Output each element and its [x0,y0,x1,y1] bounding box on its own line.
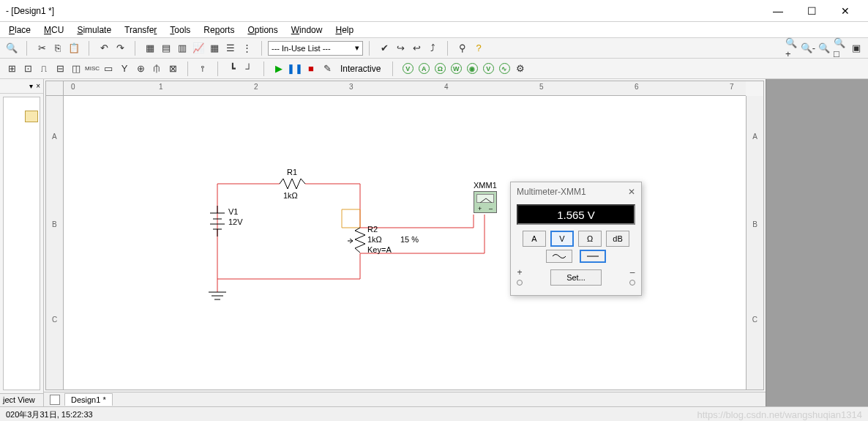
r1-value-label: 1kΩ [283,191,298,200]
inst-4-icon[interactable]: W [449,62,463,76]
project-tree[interactable] [3,97,40,390]
menu-window[interactable]: Window [285,23,329,37]
undo-icon[interactable]: ↶ [97,41,111,56]
hier2-icon[interactable]: ┘ [242,62,256,76]
inst-settings-icon[interactable]: ⚙ [513,62,528,76]
menu-help[interactable]: Help [329,23,359,37]
props-icon[interactable]: ⋮ [239,41,254,56]
menu-options[interactable]: Options [242,23,283,37]
grid-icon[interactable]: ▦ [143,41,157,56]
ruler-tick: B [752,220,757,228]
pause-button[interactable]: ❚❚ [288,62,302,76]
inst-7-icon[interactable]: ∿ [497,62,512,76]
multimeter-close-icon[interactable]: ✕ [628,187,635,197]
tool-j-icon[interactable]: ⊠ [165,62,180,76]
maximize-button[interactable]: ☐ [795,0,828,21]
inst-3-icon[interactable]: Ω [433,62,447,76]
sim-mode-icon[interactable]: ✎ [320,62,334,76]
close-button[interactable]: ✕ [828,0,862,21]
mm-mode-a-button[interactable]: A [523,231,546,247]
zoom-in-icon[interactable]: 🔍+ [785,41,799,56]
sheet2-icon[interactable]: ▥ [175,41,190,56]
panel-close-icon[interactable]: × [36,82,40,90]
paste-icon[interactable]: 📋 [67,41,81,56]
document-tabs: Design1 * [44,392,766,406]
menu-place[interactable]: Place [3,23,37,37]
panel-pin-icon[interactable]: ▾ [29,82,33,90]
probe1-icon[interactable]: ⫯ [195,62,210,76]
tool-e-icon[interactable]: ◫ [69,62,83,76]
search-icon[interactable]: 🔍 [4,41,19,56]
schematic[interactable]: V1 12V R1 1kΩ R2 1kΩ Key=A [64,96,746,390]
mm-minus-terminal-icon[interactable] [629,280,635,286]
mm-mode-ohm-button[interactable]: Ω [578,231,602,247]
tool-b-icon[interactable]: ⊡ [20,62,35,76]
inst-1-icon[interactable]: V [400,62,415,76]
left-panel-header: ▾ × [0,79,43,94]
component-r2[interactable] [348,228,365,253]
mm-set-button[interactable]: Set... [550,269,602,286]
mm-mode-db-button[interactable]: dB [606,231,629,247]
copy-icon[interactable]: ⎘ [50,41,65,56]
inst-6-icon[interactable]: V [481,62,495,76]
tab-design1[interactable]: Design1 * [64,393,113,406]
component-r1[interactable] [280,179,305,189]
table-icon[interactable]: ▦ [207,41,222,56]
help-icon[interactable]: ? [471,41,486,56]
menu-mcu[interactable]: MCU [38,23,70,37]
arrow1-icon[interactable]: ↪ [393,41,408,56]
chart-icon[interactable]: 📈 [191,41,206,56]
mm-minus-label: – [629,267,635,277]
toolbar-1: 🔍 ✂ ⎘ 📋 ↶ ↷ ▦ ▤ ▥ 📈 ▦ ☰ ⋮ --- In-Use Lis… [0,38,868,59]
check-icon[interactable]: ✔ [377,41,392,56]
redo-icon[interactable]: ↷ [113,41,127,56]
ruler-tick: C [752,316,757,324]
run-button[interactable]: ▶ [272,62,286,76]
design-surface[interactable]: V1 12V R1 1kΩ R2 1kΩ Key=A [64,96,746,390]
minimize-button[interactable]: — [761,0,795,21]
menu-transfer[interactable]: Transfer [119,23,162,37]
ruler-tick: 2 [254,83,258,91]
zoom-out-icon[interactable]: 🔍- [801,41,815,56]
sheet-icon[interactable]: ▤ [159,41,173,56]
mm-ac-button[interactable] [546,250,572,263]
ruler-tick: A [52,133,57,141]
stop-button[interactable]: ■ [304,62,318,76]
tool-a-icon[interactable]: ⊞ [4,62,19,76]
tool-misc-icon[interactable]: MISC [85,62,100,76]
project-view-tab[interactable]: ject View [0,393,43,406]
list-icon[interactable]: ☰ [223,41,238,56]
xmm1-label: XMM1 [474,181,497,190]
component-ground[interactable] [209,292,226,299]
mm-mode-v-button[interactable]: V [550,231,574,247]
multimeter-title-label: Multimeter-XMM1 [517,187,586,197]
tool-g-icon[interactable]: Y [117,62,132,76]
multimeter-window[interactable]: Multimeter-XMM1 ✕ 1.565 V A V Ω dB [510,182,642,296]
menu-simulate[interactable]: Simulate [71,23,117,37]
inuse-list-dropdown[interactable]: --- In-Use List --- ▾ [268,41,363,56]
zoom-area-icon[interactable]: 🔍 [817,41,831,56]
tool-c-icon[interactable]: ⎍ [37,62,51,76]
inst-2-icon[interactable]: A [416,62,431,76]
tool-d-icon[interactable]: ⊟ [53,62,67,76]
ruler-vertical-right: A B C [746,96,763,390]
tool-f-icon[interactable]: ▭ [101,62,116,76]
menu-reports[interactable]: Reports [198,23,240,37]
arrow2-icon[interactable]: ↩ [409,41,424,56]
zoom-full-icon[interactable]: ▣ [849,41,864,56]
tool-i-icon[interactable]: ⫛ [149,62,164,76]
inst-5-icon[interactable]: ◉ [465,62,479,76]
cut-icon[interactable]: ✂ [34,41,49,56]
menu-tools[interactable]: Tools [164,23,196,37]
arrow3-icon[interactable]: ⤴ [425,41,440,56]
probe-icon[interactable]: ⚲ [455,41,470,56]
r2-key-label: Key=A [367,245,392,254]
hier-icon[interactable]: ┗ [225,62,240,76]
multimeter-titlebar[interactable]: Multimeter-XMM1 ✕ [511,182,641,201]
toolbar-2: ⊞ ⊡ ⎍ ⊟ ◫ MISC ▭ Y ⊕ ⫛ ⊠ ⫯ ┗ ┘ ▶ ❚❚ ■ ✎ … [0,59,868,79]
mm-dc-button[interactable] [580,250,606,263]
tool-h-icon[interactable]: ⊕ [133,62,148,76]
mm-plus-terminal-icon[interactable] [517,280,523,286]
zoom-fit-icon[interactable]: 🔍□ [833,41,848,56]
instrument-xmm1[interactable]: XMM1 +– [474,191,497,217]
